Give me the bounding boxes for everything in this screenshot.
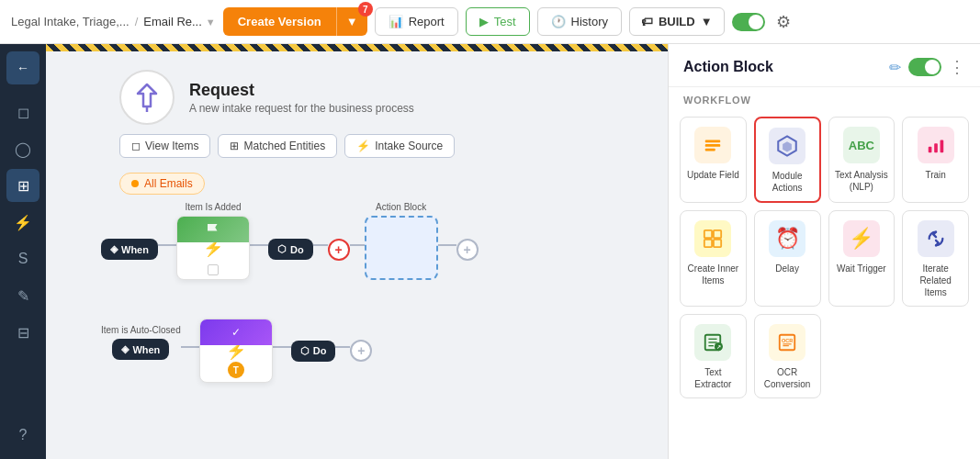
update-field-icon (694, 127, 731, 163)
svg-rect-3 (705, 144, 721, 147)
all-emails-tag[interactable]: All Emails (119, 173, 205, 195)
wait-trigger-icon: ⚡ (843, 220, 880, 257)
view-items-icon: ◻ (131, 140, 141, 152)
gear-icon: ⚙ (776, 13, 791, 31)
workflow-flow: ◈ When Item Is Added ⚡ (46, 202, 668, 383)
text-extractor-svg: ↗ (703, 332, 723, 353)
add-action-button[interactable]: + (328, 239, 350, 261)
iterate-icon (918, 220, 954, 257)
sidebar-item-lightning[interactable]: ⚡ (6, 206, 39, 239)
connector-2 (250, 244, 268, 246)
when-node-1[interactable]: ◈ When (101, 239, 158, 260)
train-icon (918, 127, 954, 163)
ocr-icon: OCR (769, 324, 805, 361)
action-block-node[interactable] (365, 216, 438, 280)
s-icon: S (18, 251, 28, 267)
chevron-down-icon: ▼ (346, 15, 358, 28)
checkbox-icon (208, 264, 219, 275)
report-button[interactable]: 📊 Report (375, 7, 458, 36)
module-actions-label: Module Actions (761, 170, 814, 194)
wf-delay[interactable]: ⏰ Delay (754, 210, 821, 307)
sidebar-item-edit[interactable]: ✎ (6, 279, 39, 312)
sidebar-item-table[interactable]: ⊟ (6, 316, 39, 349)
circle-icon: ◯ (15, 140, 31, 158)
add-circle-col: + (328, 222, 350, 261)
sidebar-item-help[interactable]: ? (6, 419, 39, 452)
edit-icon: ✎ (17, 287, 29, 305)
breadcrumb: Legal Intake, Triage,... / Email Re... ▼ (11, 15, 216, 28)
do-node-2[interactable]: ⬡ Do (291, 341, 336, 362)
request-icon (119, 70, 175, 125)
when-node-2[interactable]: ◈ When (112, 339, 169, 360)
breadcrumb-chevron-icon: ▼ (206, 17, 216, 28)
settings-button[interactable]: ⚙ (772, 8, 794, 36)
breadcrumb-root[interactable]: Legal Intake, Triage,... (11, 15, 130, 28)
create-version-button[interactable]: Create Version (223, 7, 336, 36)
do-node-1[interactable]: ⬡ Do (268, 239, 313, 260)
auto-closed-col: ✓ ⚡ T (199, 302, 273, 383)
wf-wait-trigger[interactable]: ⚡ Wait Trigger (828, 210, 896, 307)
workflow-canvas: Request A new intake request for the bus… (46, 44, 668, 459)
build-button[interactable]: 🏷 BUILD ▼ (629, 7, 725, 36)
pin-svg-icon (130, 81, 163, 114)
breadcrumb-current[interactable]: Email Re... ▼ (143, 15, 215, 28)
sidebar-collapse-button[interactable]: ← (6, 51, 39, 84)
wf-ocr[interactable]: OCR OCR Conversion (754, 314, 821, 398)
history-icon: 🕐 (551, 15, 566, 28)
wf-text-analysis[interactable]: ABC Text Analysis (NLP) (828, 117, 896, 203)
edit-pencil-icon[interactable]: ✏ (889, 59, 901, 76)
sidebar-item-grid[interactable]: ⊞ (6, 169, 39, 202)
t-badge: T (228, 362, 244, 378)
auto-closed-label: Item is Auto-Closed (101, 325, 181, 335)
svg-rect-7 (928, 147, 931, 152)
module-actions-icon (769, 128, 805, 164)
add-end-button[interactable]: + (456, 239, 479, 261)
request-description: A new intake request for the business pr… (189, 102, 414, 115)
wf-create-inner[interactable]: Create Inner Items (680, 210, 747, 307)
matched-entities-button[interactable]: ⊞ Matched Entities (218, 134, 337, 158)
when-icon: ◈ (110, 243, 118, 255)
connector-1 (158, 244, 176, 246)
panel-toggle[interactable] (908, 58, 941, 76)
topbar-toggle[interactable] (732, 13, 765, 31)
breadcrumb-separator: / (135, 15, 139, 28)
auto-closed-block[interactable]: ✓ ⚡ T (199, 319, 273, 383)
connector-4 (350, 244, 365, 246)
auto-closed-top: ✓ (200, 319, 272, 345)
flow-row-1: ◈ When Item Is Added ⚡ (101, 202, 640, 280)
panel-more-button[interactable]: ⋮ (949, 57, 965, 77)
svg-text:↗: ↗ (716, 343, 721, 350)
do-col-1: ⬡ Do (268, 222, 313, 260)
wf-text-extractor[interactable]: ↗ Text Extractor (680, 314, 747, 398)
wf-iterate[interactable]: Iterate Related Items (902, 210, 969, 307)
flag-icon (205, 221, 221, 238)
when-col-1: ◈ When (101, 222, 158, 260)
wf-train[interactable]: Train (902, 117, 969, 203)
report-icon: 📊 (389, 15, 403, 28)
svg-rect-2 (705, 140, 721, 143)
flow-row-2: Item is Auto-Closed ◈ When ✓ ⚡ (101, 302, 640, 383)
item-added-block[interactable]: ⚡ (176, 216, 250, 280)
version-badge: 7 (358, 2, 373, 17)
wf-update-field[interactable]: Update Field (680, 117, 747, 203)
topbar: Legal Intake, Triage,... / Email Re... ▼… (0, 0, 980, 44)
connector-6 (181, 346, 199, 348)
test-button[interactable]: ▶ Test (466, 7, 530, 36)
do-col-2: ⬡ Do (291, 324, 336, 362)
sidebar-item-shapes[interactable]: ◻ (6, 95, 39, 129)
add-action-button-2[interactable]: + (350, 340, 372, 362)
view-items-button[interactable]: ◻ View Items (119, 134, 210, 158)
iterate-label: Iterate Related Items (908, 263, 963, 298)
sidebar-item-circle[interactable]: ◯ (6, 132, 39, 165)
request-buttons: ◻ View Items ⊞ Matched Entities ⚡ Intake… (119, 134, 640, 158)
wait-trigger-label: Wait Trigger (837, 263, 886, 274)
sidebar-item-s[interactable]: S (6, 242, 39, 275)
create-version-dropdown-button[interactable]: ▼ 7 (336, 7, 367, 36)
warning-stripe (46, 44, 668, 51)
history-button[interactable]: 🕐 History (537, 7, 622, 36)
wf-module-actions[interactable]: Module Actions (754, 117, 821, 203)
request-title: Request (189, 81, 414, 100)
svg-text:OCR: OCR (782, 338, 793, 343)
matched-entities-icon: ⊞ (230, 140, 239, 152)
intake-source-button[interactable]: ⚡ Intake Source (344, 134, 455, 158)
